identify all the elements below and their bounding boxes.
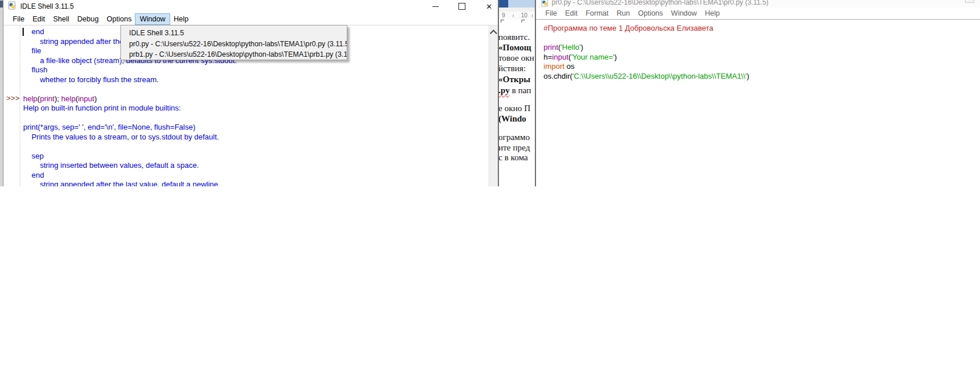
code-comment-line: #Программа по теме 1 Добровольска Елизав…	[544, 24, 980, 34]
menu-help[interactable]: Help	[170, 14, 193, 24]
dropdown-item-prb1[interactable]: prb1.py - C:\Users\u522-16\Desktop\pytho…	[121, 49, 347, 60]
blank-line	[23, 113, 237, 123]
shell-menubar: File Edit Shell Debug Options Window Hel…	[3, 13, 498, 25]
code-line-import: import os	[544, 62, 980, 72]
word-text-line: с в кома	[499, 153, 528, 163]
builtin-print: print	[544, 43, 558, 52]
minimize-button[interactable]	[426, 0, 445, 13]
background-icon-fragment	[0, 1, 3, 8]
word-text-line: товое окн	[499, 53, 534, 63]
keyword-import: import	[544, 62, 564, 71]
word-text-line: е окно П	[499, 104, 530, 113]
builtin-input: input	[78, 94, 94, 103]
shell-window-title: IDLE Shell 3.11.5	[20, 2, 74, 10]
ruler-tab-marker	[522, 20, 525, 23]
help-line: Prints the values to a stream, or to sys…	[23, 133, 237, 142]
builtin-help: help	[23, 94, 38, 103]
python-file-icon	[8, 1, 16, 12]
identifier: os	[564, 62, 574, 71]
editor-minimize-button-fragment[interactable]	[965, 0, 974, 3]
menu-window-open[interactable]: Window	[135, 14, 169, 24]
editor-text-area[interactable]: #Программа по теме 1 Добровольска Елизав…	[536, 20, 980, 81]
shell-scrollbar[interactable]	[489, 25, 498, 186]
word-ruler: 9 10	[499, 12, 535, 20]
word-document-window[interactable]: 9 10 появитс. «Помощ товое окн йствия: «…	[499, 0, 535, 186]
menu-options[interactable]: Options	[102, 14, 135, 24]
paren: )	[94, 94, 97, 103]
help-line: string inserted between values, default …	[23, 161, 237, 171]
python-file-icon	[541, 0, 549, 8]
word-text-line: «Помощ	[499, 43, 531, 53]
string-literal: 'Hello'	[561, 43, 581, 52]
blank-line	[544, 34, 980, 43]
menu-file[interactable]: File	[9, 14, 28, 24]
menu-window[interactable]: Window	[667, 8, 700, 19]
menu-debug[interactable]: Debug	[74, 14, 103, 24]
ruler-tab-marker	[501, 20, 504, 23]
string-literal: 'Your name='	[571, 53, 614, 61]
dropdown-item-shell[interactable]: IDLE Shell 3.11.5	[121, 28, 347, 39]
word-ribbon-band	[499, 8, 535, 12]
close-icon: ✕	[486, 3, 493, 10]
shell-input-line: help(print); help(input)	[23, 94, 237, 104]
word-text: в пап	[509, 86, 531, 95]
word-text-line: ите пред	[499, 143, 530, 153]
word-text-line: (Windo	[499, 114, 526, 124]
menu-help[interactable]: Help	[701, 8, 724, 19]
menu-shell[interactable]: Shell	[49, 14, 74, 24]
paren: )	[747, 72, 749, 80]
ruler-mark-9: 9	[502, 12, 505, 19]
menu-format[interactable]: Format	[582, 8, 613, 19]
code-line-input: h=input('Your name=')	[544, 53, 980, 62]
blank-line	[23, 84, 237, 94]
editor-menubar: File Edit Format Run Options Window Help	[536, 8, 980, 20]
shell-titlebar[interactable]: IDLE Shell 3.11.5 ✕	[3, 0, 498, 13]
word-text-line: йствия:	[499, 64, 526, 73]
help-line: end	[23, 171, 237, 181]
scroll-up-icon[interactable]	[490, 30, 497, 37]
identifier: h=	[544, 53, 552, 61]
menu-edit[interactable]: Edit	[28, 14, 49, 24]
separator: ;	[57, 94, 61, 103]
builtin-print: print	[40, 94, 54, 103]
editor-titlebar[interactable]: pr0.py - C:\Users\u522-16\Desktop\python…	[536, 0, 980, 8]
editor-window-title: pr0.py - C:\Users\u522-16\Desktop\python…	[552, 0, 769, 6]
paren: )	[614, 53, 616, 61]
menu-run[interactable]: Run	[612, 8, 634, 19]
help-line: Help on built-in function print in modul…	[23, 104, 237, 113]
string-literal: 'C:\\Users\\u522-16\\Desktop\\python-lab…	[572, 72, 747, 80]
menu-file[interactable]: File	[541, 8, 561, 19]
minimize-icon	[432, 6, 439, 7]
help-line: whether to forcibly flush the stream.	[23, 75, 237, 85]
word-ribbon-fragment	[499, 0, 508, 8]
help-line: print(*args, sep=' ', end='\n', file=Non…	[23, 123, 237, 133]
ruler-mark-10: 10	[521, 12, 527, 19]
code-line-print: print('Hello')	[544, 43, 980, 53]
help-line: string appended after the last value, de…	[23, 180, 237, 186]
code-line-chdir: os.chdir('C:\\Users\\u522-16\\Desktop\\p…	[544, 72, 980, 82]
builtin-input: input	[552, 53, 568, 61]
paren: )	[581, 43, 583, 52]
misspelled-word: .ру	[499, 86, 509, 95]
word-text-line: «Откры	[499, 75, 530, 84]
word-text-line: появитс.	[499, 32, 530, 42]
maximize-button[interactable]	[453, 0, 471, 13]
help-line: flush	[23, 65, 237, 75]
desktop: { "colors": { "stdout_blue": "#0202d6", …	[0, 0, 980, 375]
builtin-help: help	[61, 94, 76, 103]
shell-prompt: >>>	[6, 94, 20, 102]
help-line: sep	[23, 152, 237, 161]
menu-options[interactable]: Options	[634, 8, 667, 19]
menu-edit[interactable]: Edit	[561, 8, 582, 19]
identifier: os.chdir(	[544, 72, 572, 80]
ruler-tick	[532, 14, 533, 17]
window-menu-dropdown: IDLE Shell 3.11.5 pr0.py - C:\Users\u522…	[120, 25, 347, 60]
word-ribbon-fragment	[508, 0, 535, 8]
maximize-icon	[458, 3, 465, 10]
idle-editor-window: pr0.py - C:\Users\u522-16\Desktop\python…	[535, 0, 980, 186]
close-button[interactable]: ✕	[480, 0, 498, 13]
word-text-line: ограммо	[499, 133, 530, 142]
dropdown-item-pr0[interactable]: pr0.py - C:\Users\u522-16\Desktop\python…	[121, 39, 347, 50]
blank-line	[23, 142, 237, 152]
ruler-tick	[513, 14, 513, 17]
